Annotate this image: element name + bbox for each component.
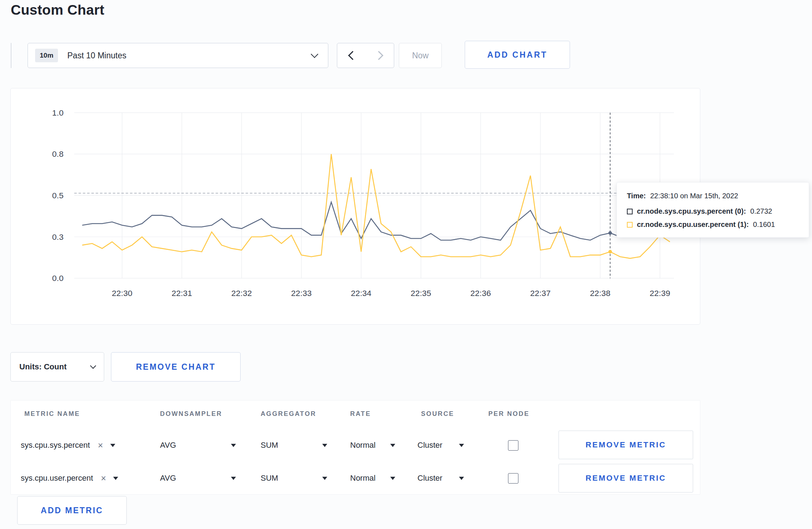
rate-select[interactable]: Normal: [350, 435, 395, 455]
caret-down-icon: [110, 444, 115, 447]
per-node-checkbox[interactable]: [508, 440, 518, 451]
svg-text:22:34: 22:34: [351, 288, 372, 298]
downsampler-select[interactable]: AVG: [160, 468, 236, 488]
column-header-metric-name: METRIC NAME: [24, 410, 80, 418]
column-header-rate: RATE: [350, 410, 371, 418]
chart-panel: 0.00.30.50.81.022:3022:3122:3222:3322:34…: [10, 88, 700, 325]
svg-text:22:32: 22:32: [231, 288, 252, 298]
caret-down-icon: [231, 444, 236, 447]
now-button[interactable]: Now: [399, 43, 442, 68]
remove-metric-button[interactable]: REMOVE METRIC: [559, 431, 693, 459]
caret-down-icon: [459, 444, 464, 447]
rate-select[interactable]: Normal: [350, 468, 395, 488]
chevron-down-icon: [311, 50, 318, 58]
time-range-dropdown[interactable]: 10m Past 10 Minutes: [28, 43, 328, 68]
tooltip-time-label: Time:: [627, 192, 646, 200]
svg-text:1.0: 1.0: [52, 108, 64, 117]
remove-chart-button[interactable]: REMOVE CHART: [111, 352, 241, 382]
caret-down-icon: [390, 444, 395, 447]
svg-text:22:31: 22:31: [171, 288, 192, 298]
units-label: Units: Count: [19, 362, 67, 372]
tooltip-series-name: cr.node.sys.cpu.user.percent (1):: [637, 220, 749, 229]
add-chart-button[interactable]: ADD CHART: [465, 41, 570, 69]
downsampler-value: AVG: [160, 441, 176, 450]
caret-down-icon: [231, 477, 236, 480]
svg-text:22:30: 22:30: [112, 288, 132, 298]
source-value: Cluster: [417, 474, 443, 483]
column-header-per-node: PER NODE: [488, 410, 530, 418]
aggregator-select[interactable]: SUM: [261, 468, 327, 488]
tooltip-time-value: 22:38:10 on Mar 15th, 2022: [650, 192, 738, 200]
caret-down-icon: [322, 477, 327, 480]
chevron-left-icon: [348, 51, 357, 60]
source-select[interactable]: Cluster: [417, 435, 464, 455]
svg-text:0.3: 0.3: [52, 232, 64, 242]
source-select[interactable]: Cluster: [417, 468, 464, 488]
remove-metric-button[interactable]: REMOVE METRIC: [559, 464, 693, 492]
caret-down-icon: [459, 477, 464, 480]
aggregator-value: SUM: [261, 474, 278, 483]
series-user-swatch-icon: [627, 222, 633, 228]
caret-down-icon: [322, 444, 327, 447]
source-value: Cluster: [417, 441, 443, 450]
rate-value: Normal: [350, 441, 376, 450]
add-metric-button[interactable]: ADD METRIC: [17, 496, 127, 525]
tooltip-series-row: cr.node.sys.cpu.user.percent (1): 0.1601: [627, 220, 799, 229]
time-range-badge: 10m: [35, 49, 58, 62]
time-range-label: Past 10 Minutes: [67, 51, 312, 60]
tooltip-series-row: cr.node.sys.cpu.sys.percent (0): 0.2732: [627, 207, 799, 215]
svg-text:22:36: 22:36: [470, 288, 491, 298]
tooltip-series-name: cr.node.sys.cpu.sys.percent (0):: [637, 207, 746, 215]
svg-text:22:38: 22:38: [590, 288, 610, 298]
downsampler-value: AVG: [160, 474, 176, 483]
metric-name-select[interactable]: sys.cpu.sys.percent ×: [21, 435, 139, 455]
tooltip-time: Time:22:38:10 on Mar 15th, 2022: [627, 192, 799, 200]
time-nav-group: [337, 43, 394, 68]
column-header-downsampler: DOWNSAMPLER: [160, 410, 222, 418]
series-sys-swatch-icon: [627, 209, 633, 214]
tooltip-series-value: 0.1601: [753, 220, 775, 229]
per-node-checkbox[interactable]: [508, 473, 518, 484]
svg-text:22:33: 22:33: [291, 288, 311, 298]
cpu-percent-chart[interactable]: 0.00.30.50.81.022:3022:3122:3222:3322:34…: [11, 88, 700, 324]
svg-text:0.5: 0.5: [52, 191, 64, 200]
toolbar-divider: [11, 43, 11, 68]
chevron-right-icon: [374, 51, 383, 60]
downsampler-select[interactable]: AVG: [160, 435, 236, 455]
page-title: Custom Chart: [11, 2, 104, 18]
aggregator-select[interactable]: SUM: [261, 435, 327, 455]
svg-text:0.0: 0.0: [52, 273, 64, 283]
caret-down-icon: [390, 477, 395, 480]
time-prev-button[interactable]: [337, 43, 366, 68]
chart-tooltip: Time:22:38:10 on Mar 15th, 2022 cr.node.…: [617, 182, 809, 238]
svg-text:22:35: 22:35: [411, 288, 431, 298]
rate-value: Normal: [350, 474, 376, 483]
svg-text:22:37: 22:37: [530, 288, 551, 298]
chevron-down-icon: [90, 363, 96, 369]
column-header-source: SOURCE: [421, 410, 454, 418]
metric-name-value: sys.cpu.sys.percent: [21, 441, 90, 450]
aggregator-value: SUM: [261, 441, 278, 450]
svg-text:22:39: 22:39: [650, 288, 670, 298]
caret-down-icon: [113, 477, 118, 480]
tooltip-series-value: 0.2732: [750, 207, 772, 215]
metric-name-select[interactable]: sys.cpu.user.percent ×: [21, 468, 139, 488]
metric-name-value: sys.cpu.user.percent: [21, 474, 93, 483]
column-header-aggregator: AGGREGATOR: [261, 410, 316, 418]
units-dropdown[interactable]: Units: Count: [10, 352, 104, 382]
svg-text:0.8: 0.8: [52, 149, 64, 159]
clear-metric-icon[interactable]: ×: [98, 441, 103, 450]
time-next-button[interactable]: [366, 43, 394, 68]
clear-metric-icon[interactable]: ×: [101, 474, 106, 483]
